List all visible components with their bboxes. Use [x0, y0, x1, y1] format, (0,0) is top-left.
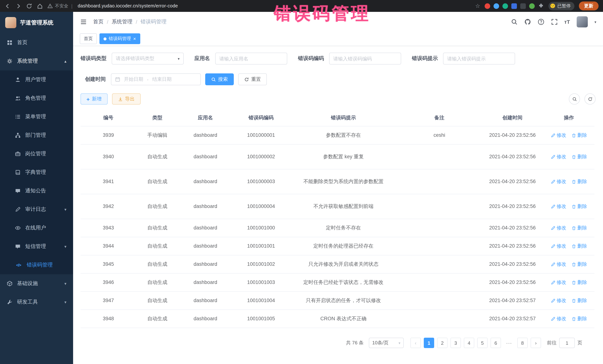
edit-button[interactable]: 修改	[551, 297, 566, 304]
end-date-input[interactable]: 结束日期	[152, 76, 172, 83]
sidebar-item-menu-mgmt[interactable]: 菜单管理	[0, 108, 73, 126]
extensions-menu-icon[interactable]	[538, 3, 544, 9]
sidebar-item-audit-log[interactable]: 审计日志 ▾	[0, 200, 73, 219]
goto-page-input[interactable]	[559, 338, 575, 348]
help-icon[interactable]	[537, 19, 544, 25]
forward-icon[interactable]	[15, 3, 22, 9]
delete-button[interactable]: 删除	[571, 132, 587, 139]
extension-icon[interactable]	[529, 3, 535, 9]
github-icon[interactable]	[524, 19, 531, 25]
delete-button[interactable]: 删除	[571, 178, 587, 185]
hamburger-icon[interactable]	[80, 18, 87, 26]
sidebar-item-infra[interactable]: 基础设施 ▾	[0, 274, 73, 293]
extension-icon[interactable]	[485, 3, 490, 9]
delete-button[interactable]: 删除	[571, 203, 587, 210]
sidebar-item-sms-mgmt[interactable]: 短信管理 ▾	[0, 237, 73, 256]
search-button[interactable]: 搜索	[205, 73, 234, 85]
box-icon	[7, 281, 13, 287]
edit-button[interactable]: 修改	[551, 243, 566, 250]
extension-icon[interactable]	[520, 3, 526, 9]
extension-icon[interactable]	[511, 3, 517, 9]
delete-button[interactable]: 删除	[571, 315, 587, 322]
toggle-search-button[interactable]	[569, 93, 580, 105]
page-button[interactable]: 2	[437, 338, 448, 348]
sidebar-item-home[interactable]: 首页	[0, 33, 73, 52]
close-icon[interactable]: ×	[133, 36, 136, 41]
page-button[interactable]: 5	[477, 338, 487, 348]
breadcrumb-home[interactable]: 首页	[93, 19, 104, 25]
search-icon[interactable]	[511, 19, 517, 25]
security-chip[interactable]: 不安全 |	[47, 3, 73, 9]
page-button[interactable]: 3	[451, 338, 461, 348]
breadcrumb-system[interactable]: 系统管理	[112, 19, 132, 25]
cell-type: 自动生成	[136, 178, 178, 186]
sidebar-item-devtools[interactable]: 研发工具 ▾	[0, 293, 73, 311]
edit-button[interactable]: 修改	[551, 279, 566, 286]
tab-home[interactable]: 首页	[80, 33, 97, 44]
page-button[interactable]: 1	[424, 338, 434, 348]
edit-button[interactable]: 修改	[551, 315, 566, 322]
add-button[interactable]: + 新增	[81, 93, 108, 105]
sidebar-item-role-mgmt[interactable]: 角色管理	[0, 89, 73, 108]
edit-button[interactable]: 修改	[551, 203, 566, 210]
page-size-select[interactable]: 10条/页 ▾	[369, 338, 404, 348]
page-button[interactable]: 4	[464, 338, 474, 348]
edit-button[interactable]: 修改	[551, 178, 566, 185]
sidebar-item-system[interactable]: 系统管理 ▴	[0, 52, 73, 70]
trash-icon	[571, 316, 576, 321]
edit-button[interactable]: 修改	[551, 224, 566, 232]
sidebar-item-dict-mgmt[interactable]: 字典管理	[0, 163, 73, 182]
start-date-input[interactable]: 开始日期	[124, 76, 143, 83]
update-button[interactable]: 更新	[579, 1, 599, 10]
more-pages-button[interactable]: ···	[504, 338, 514, 348]
error-code-input[interactable]	[329, 53, 401, 65]
date-range-picker[interactable]: 开始日期 - 结束日期	[111, 73, 201, 85]
delete-button[interactable]: 删除	[571, 261, 587, 268]
page-button[interactable]: 6	[491, 338, 501, 348]
extension-icon[interactable]	[502, 3, 508, 9]
profile-paused-badge[interactable]: 🙂 已暂停	[548, 2, 574, 10]
user-avatar[interactable]	[577, 16, 588, 27]
sidebar-item-dept-mgmt[interactable]: 部门管理	[0, 126, 73, 144]
hint-label: 错误码提示	[412, 55, 438, 62]
chevron-down-icon: ▾	[178, 56, 180, 61]
fullscreen-icon[interactable]	[551, 19, 557, 25]
delete-button[interactable]: 删除	[571, 224, 587, 232]
home-icon[interactable]	[37, 3, 43, 9]
delete-button[interactable]: 删除	[571, 297, 587, 304]
error-hint-input[interactable]	[443, 53, 515, 65]
delete-button[interactable]: 删除	[571, 279, 587, 286]
reload-icon[interactable]	[26, 3, 32, 9]
extension-icon[interactable]	[494, 3, 499, 9]
app-name-input[interactable]	[215, 53, 287, 65]
sidebar-item-notice[interactable]: 通知公告	[0, 182, 73, 200]
back-icon[interactable]	[4, 3, 11, 9]
cell-app: dashboard	[178, 224, 232, 232]
download-icon	[118, 97, 123, 101]
page-button[interactable]: 8	[517, 338, 528, 348]
logo-row[interactable]: 芋道管理系统	[0, 12, 73, 33]
font-size-icon[interactable]: тT	[564, 19, 570, 25]
delete-button[interactable]: 删除	[571, 243, 587, 250]
main-area: 首页 / 系统管理 / 错误码管理 тT ▾ 首	[73, 12, 603, 364]
edit-button[interactable]: 修改	[551, 153, 566, 161]
refresh-table-button[interactable]	[584, 93, 596, 105]
edit-button[interactable]: 修改	[551, 132, 566, 139]
tab-error-code[interactable]: 错误码管理 ×	[99, 33, 140, 44]
sidebar-item-error-code[interactable]: </> 错误码管理	[0, 256, 73, 274]
chevron-down-icon: ▾	[64, 207, 66, 212]
divider: |	[71, 3, 72, 9]
reset-button[interactable]: 重置	[238, 73, 267, 85]
chevron-down-icon[interactable]: ▾	[594, 20, 596, 24]
bookmark-star-icon[interactable]: ☆	[475, 3, 480, 9]
edit-button[interactable]: 修改	[551, 261, 566, 268]
export-button[interactable]: 导出	[112, 93, 141, 105]
sidebar-item-post-mgmt[interactable]: 岗位管理	[0, 144, 73, 163]
error-type-select[interactable]: 请选择错误码类型 ▾	[112, 53, 184, 65]
next-page-button[interactable]: ›	[531, 338, 541, 348]
prev-page-button[interactable]: ‹	[410, 338, 421, 348]
sidebar-item-online-users[interactable]: 在线用户	[0, 219, 73, 237]
url-text[interactable]: dashboard.yudao.iocoder.cn/system/error-…	[78, 3, 178, 9]
sidebar-item-user-mgmt[interactable]: 用户管理	[0, 70, 73, 89]
delete-button[interactable]: 删除	[571, 153, 587, 161]
